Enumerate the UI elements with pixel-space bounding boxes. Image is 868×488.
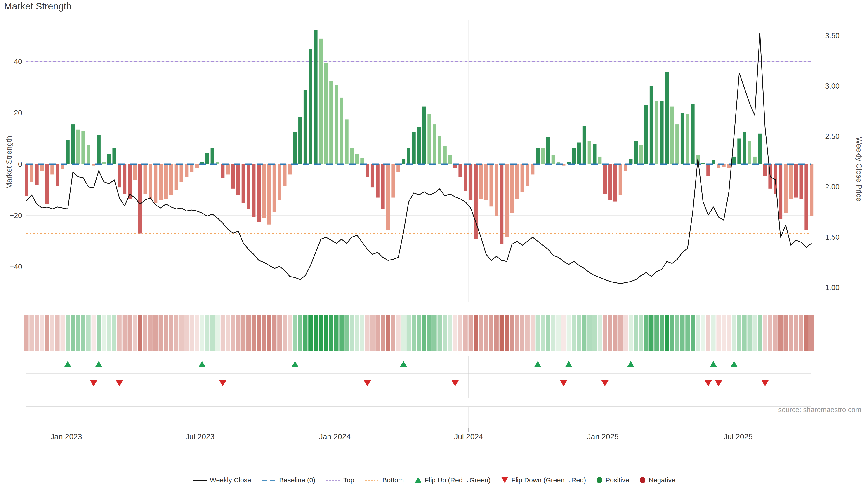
chart-legend: Weekly CloseBaseline (0)TopBottomFlip Up… [0, 476, 868, 484]
flip-down-marker [762, 380, 769, 386]
flip-down-marker [715, 380, 722, 386]
heatmap-cell [500, 315, 504, 351]
strength-bar [262, 164, 266, 218]
legend-item: Flip Up (Red→Green) [415, 476, 491, 484]
heatmap-cell [370, 315, 375, 351]
strength-bar [603, 164, 607, 194]
baseline-swatch [262, 480, 276, 481]
strength-bar [319, 39, 322, 164]
flip-up-marker [291, 361, 299, 367]
heatmap-cell [783, 315, 788, 351]
legend-item-label: Top [343, 476, 354, 484]
heatmap-cell [128, 315, 132, 351]
strength-bar [681, 113, 684, 164]
flip-down-marker [705, 380, 712, 386]
flip-down-marker [601, 380, 609, 386]
heatmap-cell [200, 315, 204, 351]
strength-bar [706, 164, 710, 176]
strength-bar [381, 164, 385, 209]
strength-bar [598, 157, 601, 164]
heatmap-cell [412, 315, 416, 351]
heatmap-cell [567, 315, 571, 351]
strength-bar [112, 148, 116, 164]
strength-bar [521, 164, 524, 193]
strength-bar [407, 148, 410, 164]
dotted-line-swatch [326, 480, 340, 481]
heatmap-cell [360, 315, 364, 351]
strength-bar [102, 162, 106, 164]
flip-up-marker [64, 361, 71, 367]
heatmap-cell [86, 315, 91, 351]
heatmap-cell [81, 315, 86, 351]
heatmap-cell [324, 315, 328, 351]
legend-item-label: Bottom [382, 476, 404, 484]
heatmap-cell [773, 315, 778, 351]
heatmap-cell [210, 315, 215, 351]
heatmap-cell [391, 315, 395, 351]
heatmap-cell [484, 315, 488, 351]
heatmap-cell [644, 315, 649, 351]
strength-bar [386, 164, 390, 230]
heatmap-cell [546, 315, 550, 351]
heatmap-cell [143, 315, 147, 351]
strength-bar [748, 141, 751, 164]
heatmap-cell [727, 315, 731, 351]
strength-bar [448, 155, 452, 164]
strength-bar [278, 164, 281, 200]
strength-bar [221, 164, 224, 178]
heatmap-cell [561, 315, 566, 351]
strength-bar [97, 135, 101, 164]
heatmap-cell [29, 315, 34, 351]
heatmap-cell [123, 315, 127, 351]
flip-down-marker [219, 380, 226, 386]
strength-bar [536, 148, 539, 164]
heatmap-cell [469, 315, 473, 351]
legend-item: Top [326, 476, 354, 484]
strength-bar [76, 130, 80, 164]
heatmap-cell [386, 315, 390, 351]
heatmap-cell [675, 315, 680, 351]
strength-bar [81, 131, 85, 164]
heatmap-cell [603, 315, 607, 351]
heatmap-cell [649, 315, 653, 351]
strength-bar [30, 164, 33, 182]
strength-bar [298, 117, 302, 164]
heatmap-cell [768, 315, 772, 351]
heatmap-cell [252, 315, 256, 351]
right-tick-label: 3.50 [825, 31, 839, 40]
heatmap-cell [71, 315, 75, 351]
strength-bar [180, 164, 183, 182]
strength-bar [650, 86, 653, 164]
legend-item: Positive [597, 476, 629, 484]
strength-bar [526, 164, 529, 186]
strength-bar [206, 153, 209, 164]
strength-bar [71, 125, 75, 164]
strength-bar [474, 164, 477, 238]
flip-up-marker [710, 361, 717, 367]
left-tick-label: 20 [14, 109, 22, 117]
strength-bar [784, 164, 787, 213]
strength-bar [495, 164, 498, 216]
heatmap-cell [35, 315, 39, 351]
heatmap-cell [401, 315, 406, 351]
heatmap-cell [505, 315, 509, 351]
strength-bar [56, 164, 59, 186]
heatmap-cell [556, 315, 561, 351]
strength-bar [810, 164, 813, 216]
strength-bar [154, 164, 157, 203]
strength-bar [138, 164, 142, 233]
strength-bar [345, 119, 348, 164]
heatmap-cell [184, 315, 189, 351]
heatmap-cell [721, 315, 726, 351]
heatmap-cell [236, 315, 240, 351]
strength-bar [40, 164, 44, 170]
strength-bar [376, 164, 379, 198]
strength-bar [433, 125, 436, 164]
heatmap-cell [685, 315, 690, 351]
flip-up-marker [95, 361, 102, 367]
heatmap-cell [479, 315, 483, 351]
strength-bar [273, 164, 276, 212]
heatmap-cell [153, 315, 158, 351]
strength-bar [340, 98, 343, 164]
strength-bar [438, 136, 441, 164]
